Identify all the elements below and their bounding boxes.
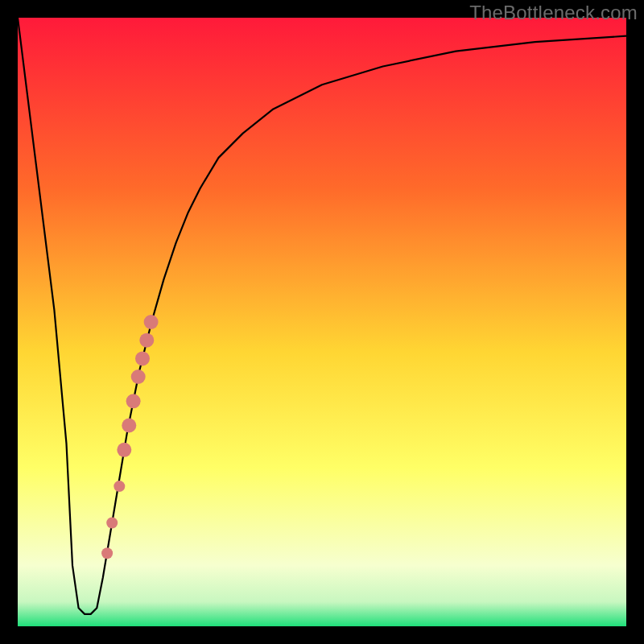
data-marker — [126, 394, 141, 408]
plot-area — [18, 18, 626, 626]
chart-svg — [18, 18, 626, 626]
data-marker — [144, 315, 159, 329]
data-marker — [117, 443, 131, 457]
data-marker — [122, 419, 136, 433]
data-marker — [135, 351, 150, 365]
data-marker — [101, 547, 113, 559]
gradient-background — [18, 18, 626, 626]
data-marker — [114, 481, 125, 492]
chart-frame: TheBottleneck.com — [0, 0, 644, 644]
data-marker — [106, 518, 118, 529]
data-marker — [131, 369, 146, 384]
data-marker — [139, 333, 154, 348]
watermark-text: TheBottleneck.com — [469, 2, 638, 24]
